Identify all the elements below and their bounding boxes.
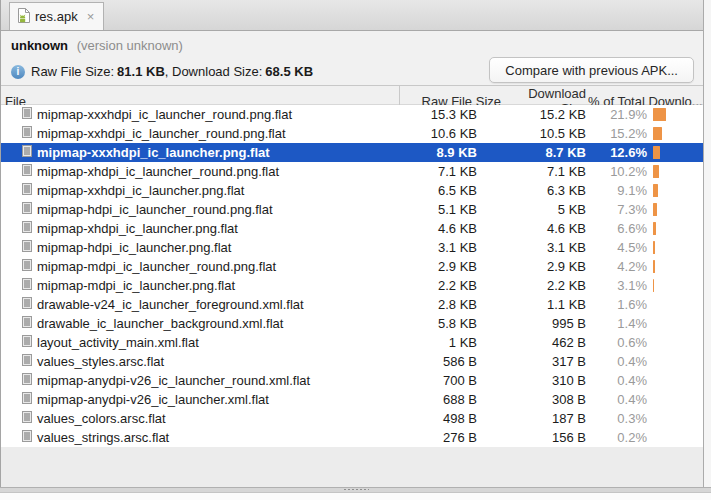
download-size-cell: 995 B: [503, 316, 588, 331]
right-gutter: [704, 0, 711, 487]
download-size-cell: 2.2 KB: [503, 278, 588, 293]
download-size-cell: 187 B: [503, 411, 588, 426]
table-row[interactable]: mipmap-xhdpi_ic_launcher.png.flat 4.6 KB…: [1, 219, 703, 238]
raw-size-cell: 10.6 KB: [399, 126, 503, 141]
raw-size-cell: 2.2 KB: [399, 278, 503, 293]
file-icon: [22, 316, 32, 331]
download-size-cell: 5 KB: [503, 202, 588, 217]
percent-cell: 9.1%: [588, 183, 647, 198]
info-icon: i: [11, 65, 25, 79]
file-cell: mipmap-xxxhdpi_ic_launcher_round.png.fla…: [1, 107, 399, 122]
table-row[interactable]: drawable_ic_launcher_background.xml.flat…: [1, 314, 703, 333]
file-icon: [22, 373, 32, 388]
percent-bar: [653, 222, 656, 235]
table-row[interactable]: mipmap-xxhdpi_ic_launcher_round.png.flat…: [1, 124, 703, 143]
file-cell: mipmap-xxhdpi_ic_launcher.png.flat: [1, 183, 399, 198]
percent-bar-cell: [647, 222, 703, 235]
tab-label: res.apk: [35, 9, 78, 24]
download-size-cell: 10.5 KB: [503, 126, 588, 141]
file-cell: layout_activity_main.xml.flat: [1, 335, 399, 350]
table-row[interactable]: mipmap-xxxhdpi_ic_launcher.png.flat 8.9 …: [1, 143, 703, 162]
tab-close-icon[interactable]: ×: [87, 10, 95, 23]
percent-cell: 0.4%: [588, 354, 647, 369]
percent-cell: 6.6%: [588, 221, 647, 236]
percent-cell: 12.6%: [588, 145, 647, 160]
size-info-text: Raw File Size:81.1 KB, Download Size:68.…: [31, 64, 313, 79]
percent-cell: 4.2%: [588, 259, 647, 274]
percent-cell: 4.5%: [588, 240, 647, 255]
table-row[interactable]: drawable-v24_ic_launcher_foreground.xml.…: [1, 295, 703, 314]
file-name: mipmap-xxxhdpi_ic_launcher.png.flat: [37, 145, 270, 160]
download-size-value: 68.5 KB: [265, 64, 313, 79]
splitter-grip-icon: [343, 488, 369, 492]
table-row[interactable]: mipmap-anydpi-v26_ic_launcher.xml.flat 6…: [1, 390, 703, 409]
file-name: drawable_ic_launcher_background.xml.flat: [37, 316, 283, 331]
table-row[interactable]: mipmap-xxhdpi_ic_launcher.png.flat 6.5 K…: [1, 181, 703, 200]
raw-size-cell: 5.1 KB: [399, 202, 503, 217]
file-icon: [22, 354, 32, 369]
percent-bar: [653, 146, 660, 159]
percent-bar: [653, 165, 659, 178]
file-name: mipmap-xhdpi_ic_launcher.png.flat: [37, 221, 238, 236]
percent-cell: 10.2%: [588, 164, 647, 179]
percent-cell: 0.4%: [588, 392, 647, 407]
tab-res-apk[interactable]: res.apk ×: [9, 2, 104, 30]
apk-title: unknown: [11, 38, 68, 53]
percent-bar: [653, 279, 654, 292]
table-row[interactable]: mipmap-hdpi_ic_launcher_round.png.flat 5…: [1, 200, 703, 219]
editor-tab-bar: res.apk ×: [1, 0, 703, 31]
raw-size-cell: 15.3 KB: [399, 107, 503, 122]
file-icon: [22, 411, 32, 426]
file-icon: [22, 392, 32, 407]
percent-bar-cell: [647, 279, 703, 292]
table-row[interactable]: mipmap-xxxhdpi_ic_launcher_round.png.fla…: [1, 105, 703, 124]
file-cell: mipmap-anydpi-v26_ic_launcher.xml.flat: [1, 392, 399, 407]
download-size-cell: 462 B: [503, 335, 588, 350]
compare-with-previous-apk-button[interactable]: Compare with previous APK...: [489, 57, 694, 83]
table-row[interactable]: mipmap-xhdpi_ic_launcher_round.png.flat …: [1, 162, 703, 181]
table-row[interactable]: values_styles.arsc.flat 586 B 317 B 0.4%: [1, 352, 703, 371]
percent-bar-cell: [647, 241, 703, 254]
file-name: values_strings.arsc.flat: [37, 430, 169, 445]
raw-size-cell: 2.9 KB: [399, 259, 503, 274]
file-name: mipmap-xxhdpi_ic_launcher.png.flat: [37, 183, 244, 198]
raw-size-cell: 276 B: [399, 430, 503, 445]
raw-size-cell: 2.8 KB: [399, 297, 503, 312]
file-name: mipmap-xxxhdpi_ic_launcher_round.png.fla…: [37, 107, 292, 122]
table-row[interactable]: mipmap-mdpi_ic_launcher.png.flat 2.2 KB …: [1, 276, 703, 295]
percent-cell: 21.9%: [588, 107, 647, 122]
file-name: mipmap-hdpi_ic_launcher.png.flat: [37, 240, 231, 255]
percent-bar-cell: [647, 203, 703, 216]
raw-size-cell: 688 B: [399, 392, 503, 407]
file-icon: [22, 183, 32, 198]
percent-bar: [653, 127, 662, 140]
file-cell: mipmap-xxxhdpi_ic_launcher.png.flat: [1, 145, 399, 160]
download-size-cell: 7.1 KB: [503, 164, 588, 179]
file-name: drawable-v24_ic_launcher_foreground.xml.…: [37, 297, 304, 312]
file-cell: mipmap-xxhdpi_ic_launcher_round.png.flat: [1, 126, 399, 141]
file-icon: [22, 164, 32, 179]
file-icon: [22, 221, 32, 236]
table-row[interactable]: mipmap-mdpi_ic_launcher_round.png.flat 2…: [1, 257, 703, 276]
file-icon: [22, 278, 32, 293]
file-icon: [22, 107, 32, 122]
apk-title-line: unknown (version unknown): [11, 38, 703, 56]
table-row[interactable]: mipmap-anydpi-v26_ic_launcher_round.xml.…: [1, 371, 703, 390]
file-icon: [22, 145, 32, 160]
download-size-cell: 1.1 KB: [503, 297, 588, 312]
download-size-cell: 2.9 KB: [503, 259, 588, 274]
file-name: mipmap-mdpi_ic_launcher_round.png.flat: [37, 259, 276, 274]
percent-bar: [653, 108, 666, 121]
percent-bar: [653, 241, 655, 254]
file-name: layout_activity_main.xml.flat: [37, 335, 199, 350]
table-row[interactable]: values_strings.arsc.flat 276 B 156 B 0.2…: [1, 428, 703, 447]
table-row[interactable]: layout_activity_main.xml.flat 1 KB 462 B…: [1, 333, 703, 352]
raw-size-cell: 6.5 KB: [399, 183, 503, 198]
table-row[interactable]: mipmap-hdpi_ic_launcher.png.flat 3.1 KB …: [1, 238, 703, 257]
table-row[interactable]: values_colors.arsc.flat 498 B 187 B 0.3%: [1, 409, 703, 428]
download-size-cell: 310 B: [503, 373, 588, 388]
empty-table-area: [1, 447, 703, 487]
raw-size-cell: 700 B: [399, 373, 503, 388]
file-icon: [22, 335, 32, 350]
file-cell: values_colors.arsc.flat: [1, 411, 399, 426]
